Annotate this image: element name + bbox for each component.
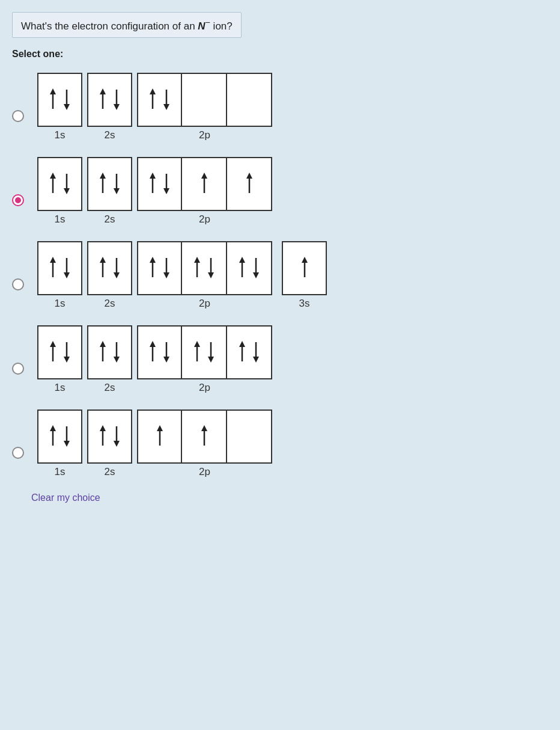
question-suffix: ion?	[210, 20, 233, 32]
ion-symbol: N	[198, 20, 205, 32]
radio-a-wrapper	[12, 110, 24, 122]
boxes-c	[37, 241, 327, 295]
boxes-d	[37, 325, 272, 379]
boxes-d-2p	[137, 325, 272, 379]
question-prefix: What's the electron configuration of an	[21, 20, 198, 32]
box-b-1s	[37, 157, 82, 211]
radio-a[interactable]	[12, 110, 24, 122]
box-e-1s	[37, 409, 82, 464]
radio-e[interactable]	[12, 447, 24, 459]
label-c-1s: 1s	[37, 298, 82, 310]
label-b-2s: 2s	[87, 213, 132, 225]
select-label: Select one:	[12, 49, 548, 60]
box-e-2s	[87, 409, 132, 464]
box-c-1s	[37, 241, 82, 295]
option-d-row: 1s 2s 2p	[12, 321, 548, 399]
orbital-b: 1s 2s 2p	[31, 152, 278, 230]
label-c-3s: 3s	[282, 298, 327, 310]
label-e-2s: 2s	[87, 466, 132, 478]
box-b-2s	[87, 157, 132, 211]
box-a-1s	[37, 73, 82, 127]
label-e-1s: 1s	[37, 466, 82, 478]
label-a-2s: 2s	[87, 129, 132, 141]
option-a-row: 1s 2s 2p	[12, 68, 548, 146]
boxes-e	[37, 409, 272, 464]
boxes-a	[37, 73, 272, 127]
option-c-row: 1s 2s 2p 3s	[12, 236, 548, 314]
option-e-row: 1s 2s 2p	[12, 405, 548, 483]
orbital-a: 1s 2s 2p	[31, 68, 278, 146]
orbital-e: 1s 2s 2p	[31, 405, 278, 483]
radio-c[interactable]	[12, 278, 24, 290]
label-d-2p: 2p	[137, 382, 272, 394]
boxes-a-2p	[137, 73, 272, 127]
radio-b-wrapper	[12, 194, 24, 206]
label-d-1s: 1s	[37, 382, 82, 394]
labels-d: 1s 2s 2p	[37, 382, 272, 394]
labels-c: 1s 2s 2p 3s	[37, 298, 327, 310]
radio-c-wrapper	[12, 278, 24, 290]
labels-e: 1s 2s 2p	[37, 466, 272, 478]
label-d-2s: 2s	[87, 382, 132, 394]
box-d-1s	[37, 325, 82, 379]
ion-superscript: −	[205, 17, 210, 27]
boxes-b-2p	[137, 157, 272, 211]
box-c-3s	[282, 241, 327, 295]
label-c-2p: 2p	[137, 298, 272, 310]
radio-d[interactable]	[12, 363, 24, 375]
radio-b[interactable]	[12, 194, 24, 206]
label-b-2p: 2p	[137, 213, 272, 225]
question-container: What's the electron configuration of an …	[12, 12, 548, 503]
label-e-2p: 2p	[137, 466, 272, 478]
boxes-e-2p	[137, 409, 272, 464]
box-a-2s	[87, 73, 132, 127]
orbital-c: 1s 2s 2p 3s	[31, 236, 333, 314]
orbital-d: 1s 2s 2p	[31, 321, 278, 399]
option-b-row: 1s 2s 2p	[12, 152, 548, 230]
box-d-2s	[87, 325, 132, 379]
label-a-2p: 2p	[137, 129, 272, 141]
clear-choice-link[interactable]: Clear my choice	[31, 492, 100, 503]
label-a-1s: 1s	[37, 129, 82, 141]
labels-a: 1s 2s 2p	[37, 129, 272, 141]
boxes-b	[37, 157, 272, 211]
options-container: 1s 2s 2p	[12, 68, 548, 483]
box-c-2s	[87, 241, 132, 295]
label-c-2s: 2s	[87, 298, 132, 310]
label-b-1s: 1s	[37, 213, 82, 225]
labels-b: 1s 2s 2p	[37, 213, 272, 225]
question-text: What's the electron configuration of an …	[12, 12, 242, 38]
radio-d-wrapper	[12, 363, 24, 375]
boxes-c-2p	[137, 241, 272, 295]
radio-e-wrapper	[12, 447, 24, 459]
